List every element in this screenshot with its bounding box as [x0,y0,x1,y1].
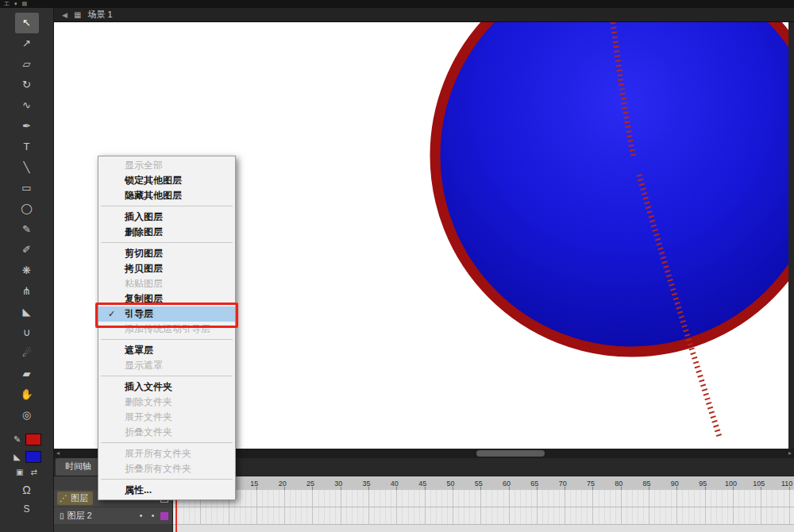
workspace-icon[interactable]: 工 [4,0,10,8]
menu-item-label: 插入文件夹 [125,380,172,394]
menu-item-8: 粘贴图层 [98,276,235,291]
eyedropper-tool[interactable]: ☄ [15,343,39,364]
menu-item-4[interactable]: 插入图层 [98,210,235,225]
menu-item-label: 展开文件夹 [125,411,172,424]
color-mini-row: ▣ ⇄ [16,467,37,478]
frames-strip[interactable] [173,507,794,525]
frame-number: 55 [475,480,483,488]
default-colors-icon[interactable]: ▣ [16,467,23,478]
ink-bottle-tool[interactable]: ∪ [15,322,39,343]
rectangle-tool[interactable]: ▭ [15,178,39,199]
menu-item-label: 显示全部 [125,159,163,172]
frame-number: 60 [503,480,511,488]
line-tool[interactable]: ╲ [15,157,39,178]
menu-item-18: 展开所有文件夹 [98,446,235,461]
layer-columns: •• [135,511,172,520]
frame-number: 30 [334,480,342,488]
frame-number: 35 [363,480,371,488]
layer-name-cell[interactable]: ▯图层 2•• [54,507,173,525]
menu-item-6[interactable]: 剪切图层 [98,246,235,261]
menu-item-7[interactable]: 拷贝图层 [98,261,235,276]
scene-breadcrumb[interactable]: 场景 1 [87,9,112,21]
smooth-option-icon[interactable]: S [23,502,29,516]
pen-tool[interactable]: ✒ [15,116,39,137]
pencil-tool[interactable]: ✎ [15,219,39,240]
stroke-color-control: ✎ [13,432,41,446]
layer-chip: ▯图层 2 [57,509,97,522]
swap-colors-icon[interactable]: ⇄ [31,467,37,478]
snap-magnet-icon[interactable]: Ω [22,481,30,499]
frame-number: 45 [418,480,426,488]
fill-color-swatch[interactable] [25,451,41,463]
frame-number: 110 [781,480,792,488]
frame-number: 70 [559,480,567,488]
chevron-down-icon[interactable]: ▾ [14,0,17,8]
zoom-tool[interactable]: ◎ [15,405,39,426]
frame-number: 40 [391,480,399,488]
subselection-tool[interactable]: ↗ [15,33,39,54]
menu-separator [101,476,233,483]
visibility-dot[interactable]: • [135,511,147,520]
timeline-filler [54,525,794,532]
menu-item-5[interactable]: 删除图层 [98,225,235,240]
menu-item-20[interactable]: 属性... [98,483,235,498]
menu-item-3[interactable]: 隐藏其他图层 [98,188,235,203]
layer-icon: ▯ [60,511,64,520]
frame-number: 80 [615,480,622,488]
3d-rotation-tool[interactable]: ↻ [15,75,39,95]
fill-color-control: ◣ [13,449,41,464]
menu-item-label: 折叠文件夹 [125,426,172,439]
menu-item-label: 属性... [125,484,152,497]
fill-bucket-icon: ◣ [13,452,22,462]
layer-row[interactable]: ▯图层 2•• [54,507,794,525]
menu-item-label: 删除图层 [125,226,163,239]
menu-item-label: 粘贴图层 [125,277,163,291]
tab-timeline[interactable]: 时间轴 [56,458,101,476]
back-arrow-icon[interactable]: ◀ [62,11,67,19]
grid-icon[interactable]: ▤ [22,0,28,8]
menu-separator [101,440,233,446]
frame-number: 100 [725,480,737,488]
frame-number: 65 [530,480,538,488]
guide-layer-icon: ⋰ [60,494,67,503]
menu-item-label: 展开所有文件夹 [125,447,191,461]
hand-tool[interactable]: ✋ [15,384,39,405]
frames-filler [173,525,794,532]
free-transform-tool[interactable]: ▱ [15,54,39,75]
blue-circle-shape [435,22,788,352]
stroke-color-swatch[interactable] [25,434,41,445]
frames-strip[interactable] [173,490,794,507]
menu-item-label: 折叠所有文件夹 [125,462,191,476]
deco-tool[interactable]: ❋ [15,260,39,281]
menu-item-16: 展开文件夹 [98,410,235,425]
scroll-right-icon[interactable]: ▸ [788,449,792,458]
frame-number: 20 [279,480,287,488]
menu-item-1: 显示全部 [98,158,235,173]
menu-item-2[interactable]: 锁定其他图层 [98,173,235,188]
tools-column: ↖↗▱↻∿✒T╲▭◯✎✐❋⋔◣∪☄▰✋◎ [0,13,53,426]
frame-number: 90 [671,480,679,488]
bone-tool[interactable]: ⋔ [15,281,39,302]
lasso-tool[interactable]: ∿ [15,95,39,116]
menu-item-label: 显示遮罩 [125,359,163,372]
edit-bar: ◀ ▦ 场景 1 [54,8,794,22]
eraser-tool[interactable]: ▰ [15,364,39,384]
menu-separator [101,203,233,210]
frame-ruler[interactable]: 1520253035404550556065707580859095100105… [173,476,794,490]
menu-item-13: 显示遮罩 [98,358,235,373]
text-tool[interactable]: T [15,137,39,157]
menu-item-14[interactable]: 插入文件夹 [98,380,235,395]
frame-number: 50 [446,480,454,488]
scroll-left-icon[interactable]: ◂ [56,449,60,458]
brush-tool[interactable]: ✐ [15,240,39,260]
paint-bucket-tool[interactable]: ◣ [15,302,39,322]
selection-tool[interactable]: ↖ [15,13,39,33]
lock-dot[interactable]: • [147,511,159,520]
oval-tool[interactable]: ◯ [15,199,39,219]
scrollbar-thumb[interactable] [476,450,545,457]
menu-item-label: 遮罩层 [125,344,153,357]
outline-color-swatch[interactable] [160,512,168,520]
layer-chip: ⋰图层 [57,492,93,505]
frame-number: 15 [250,480,258,488]
menu-item-12[interactable]: 遮罩层 [98,343,235,358]
